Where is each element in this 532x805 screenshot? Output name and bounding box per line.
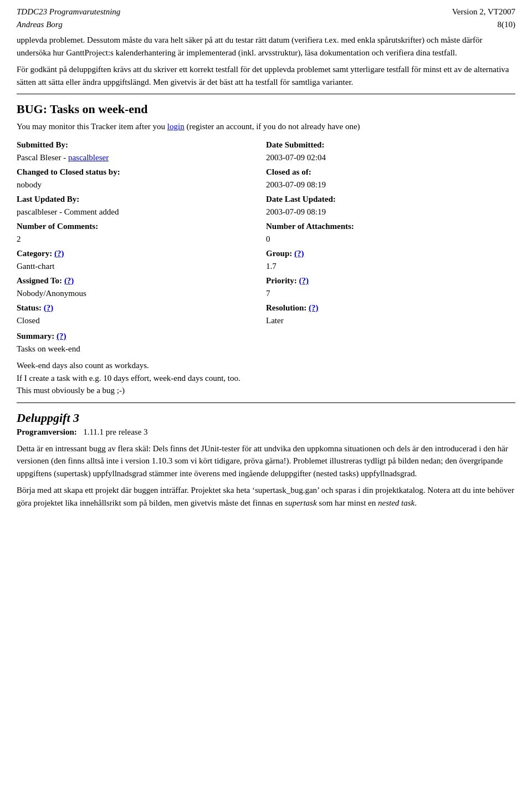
- summary-value: Tasks on week-end: [17, 344, 80, 353]
- date-last-updated-label: Date Last Updated:: [266, 195, 336, 203]
- programversion-value: 1.11.1 pre release 3: [83, 427, 147, 436]
- summary-help-link[interactable]: (?): [57, 332, 66, 340]
- assigned-to-label: Assigned To: (?): [17, 276, 74, 285]
- priority-value: 7: [266, 289, 270, 298]
- header-left: TDDC23 Programvarutestning Andreas Borg: [17, 6, 120, 30]
- login-link[interactable]: login: [167, 122, 185, 131]
- assigned-to-cell: Assigned To: (?) Nobody/Anonymous: [17, 273, 266, 300]
- date-submitted-value: 2003-07-09 02:04: [266, 153, 326, 162]
- version-info: Version 2, VT2007: [452, 6, 515, 18]
- divider-2: [17, 402, 515, 403]
- submitted-by-label: Submitted By:: [17, 140, 68, 149]
- num-comments-label: Number of Comments:: [17, 222, 98, 231]
- date-submitted-cell: Date Submitted: 2003-07-09 02:04: [266, 137, 515, 165]
- summary-label: Summary: (?): [17, 332, 66, 340]
- header-right: Version 2, VT2007 8(10): [452, 6, 515, 30]
- divider-1: [17, 94, 515, 94]
- date-last-updated-value: 2003-07-09 08:19: [266, 207, 326, 216]
- last-updated-by-cell: Last Updated By: pascalbleser - Comment …: [17, 192, 266, 219]
- category-cell: Category: (?) Gantt-chart: [17, 246, 266, 273]
- status-label: Status: (?): [17, 303, 53, 312]
- group-cell: Group: (?) 1.7: [266, 246, 515, 273]
- register-text: (register an account, if you do not alre…: [186, 122, 360, 131]
- priority-label: Priority: (?): [266, 276, 309, 285]
- last-updated-by-label: Last Updated By:: [17, 195, 79, 203]
- category-value: Gantt-chart: [17, 262, 54, 271]
- page-number: 8(10): [452, 18, 515, 31]
- tracker-fields: Submitted By: Pascal Bleser - pascalbles…: [17, 137, 515, 356]
- status-cell: Status: (?) Closed: [17, 300, 266, 328]
- page-header: TDDC23 Programvarutestning Andreas Borg …: [17, 6, 515, 30]
- course-title: TDDC23 Programvarutestning: [17, 6, 120, 18]
- programversion-line: Programversion: 1.11.1 pre release 3: [17, 427, 515, 437]
- summary-desc: Week-end days also count as workdays. If…: [17, 359, 515, 397]
- submitted-by-value: Pascal Bleser - pascalbleser: [17, 153, 109, 162]
- programversion-label: Programversion:: [17, 427, 77, 436]
- priority-cell: Priority: (?) 7: [266, 273, 515, 300]
- deluppgift-title: Deluppgift 3: [17, 411, 515, 425]
- status-help-link[interactable]: (?): [44, 303, 54, 312]
- resolution-help-link[interactable]: (?): [309, 303, 319, 312]
- group-label: Group: (?): [266, 249, 304, 258]
- group-value: 1.7: [266, 262, 277, 271]
- resolution-cell: Resolution: (?) Later: [266, 300, 515, 328]
- num-comments-value: 2: [17, 235, 21, 243]
- changed-to-closed-label: Changed to Closed status by:: [17, 167, 120, 176]
- deluppgift-para-1: Detta är en intressant bugg av flera skä…: [17, 442, 515, 480]
- priority-help-link[interactable]: (?): [299, 276, 309, 285]
- closed-as-of-value: 2003-07-09 08:19: [266, 180, 326, 189]
- bug-section-title: BUG: Tasks on week-end: [17, 102, 515, 116]
- category-label: Category: (?): [17, 249, 64, 258]
- date-last-updated-cell: Date Last Updated: 2003-07-09 08:19: [266, 192, 515, 219]
- date-submitted-label: Date Submitted:: [266, 140, 324, 149]
- changed-to-closed-value: nobody: [17, 180, 42, 189]
- resolution-value: Later: [266, 316, 284, 325]
- closed-as-of-label: Closed as of:: [266, 167, 311, 176]
- intro-para-2: För godkänt på deluppgiften krävs att du…: [17, 63, 515, 88]
- status-value: Closed: [17, 316, 40, 325]
- tracker-intro: You may monitor this Tracker item after …: [17, 120, 515, 133]
- author-name: Andreas Borg: [17, 18, 120, 31]
- tracker-intro-text: You may monitor this Tracker item after …: [17, 122, 167, 131]
- num-attachments-label: Number of Attachments:: [266, 222, 354, 231]
- assigned-to-help-link[interactable]: (?): [64, 276, 74, 285]
- deluppgift-para-2: Börja med att skapa ett projekt där bugg…: [17, 484, 515, 509]
- last-updated-by-value: pascalbleser - Comment added: [17, 207, 119, 216]
- changed-to-closed-cell: Changed to Closed status by: nobody: [17, 165, 266, 192]
- num-attachments-cell: Number of Attachments: 0: [266, 219, 515, 246]
- submitted-by-cell: Submitted By: Pascal Bleser - pascalbles…: [17, 137, 266, 165]
- category-help-link[interactable]: (?): [54, 249, 64, 258]
- assigned-to-value: Nobody/Anonymous: [17, 289, 86, 298]
- group-help-link[interactable]: (?): [294, 249, 304, 258]
- resolution-label: Resolution: (?): [266, 303, 319, 312]
- num-comments-cell: Number of Comments: 2: [17, 219, 266, 246]
- closed-as-of-cell: Closed as of: 2003-07-09 08:19: [266, 165, 515, 192]
- summary-cell: Summary: (?) Tasks on week-end: [17, 329, 515, 356]
- pascalbleser-link[interactable]: pascalbleser: [68, 153, 109, 162]
- intro-para-1: upplevda problemet. Dessutom måste du va…: [17, 34, 515, 59]
- num-attachments-value: 0: [266, 235, 270, 243]
